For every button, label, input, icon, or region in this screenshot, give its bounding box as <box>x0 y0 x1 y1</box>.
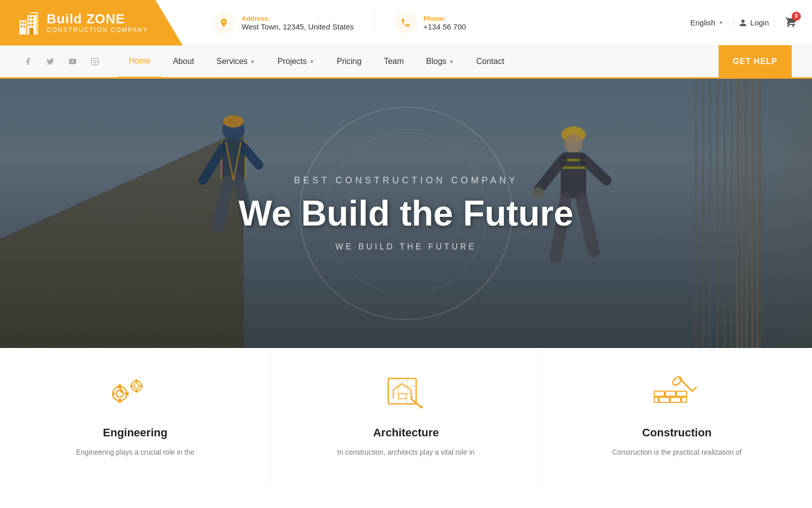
svg-rect-50 <box>130 385 133 387</box>
phone-icon-wrap <box>395 12 416 34</box>
construction-desc: Construction is the practical realizatio… <box>562 447 792 459</box>
svg-point-47 <box>134 384 139 389</box>
youtube-icon[interactable] <box>65 54 80 69</box>
twitter-icon[interactable] <box>43 54 58 69</box>
svg-rect-62 <box>654 391 664 396</box>
svg-rect-7 <box>31 17 33 19</box>
login-label: Login <box>750 18 769 27</box>
instagram-icon[interactable] <box>87 54 103 69</box>
engineering-desc: Engineering plays a crucial role in the <box>20 447 250 459</box>
hero-content: BEST CONSTRUCTION COMPANY We Build the F… <box>239 175 573 251</box>
cart-badge: 0 <box>792 12 801 21</box>
get-help-button[interactable]: GET HELP <box>719 45 792 78</box>
logo-icon <box>15 10 41 36</box>
svg-rect-68 <box>682 397 687 402</box>
language-selector[interactable]: English ▼ <box>690 18 723 27</box>
logo[interactable]: Build ZONE Construction Company <box>0 0 183 46</box>
svg-rect-12 <box>29 28 33 35</box>
services-caret: ▼ <box>250 59 255 65</box>
svg-rect-6 <box>28 17 30 19</box>
login-button[interactable]: Login <box>733 18 774 27</box>
top-right: English ▼ Login 0 <box>690 16 797 30</box>
svg-rect-41 <box>118 399 121 403</box>
construction-icon <box>652 373 702 414</box>
svg-rect-63 <box>665 391 675 396</box>
services-section: Engineering Engineering plays a crucial … <box>0 348 812 484</box>
address-text: Address: West Town, 12345, United States <box>242 15 354 31</box>
address-block: Address: West Town, 12345, United States <box>213 12 375 34</box>
social-icons <box>20 54 103 69</box>
nav-home[interactable]: Home <box>118 45 162 78</box>
architecture-icon <box>381 373 431 414</box>
svg-rect-11 <box>31 24 33 26</box>
nav-services[interactable]: Services ▼ <box>206 45 266 78</box>
phone-value: +134 56 700 <box>423 22 466 31</box>
hero-tagline: BEST CONSTRUCTION COMPANY <box>239 175 573 186</box>
svg-rect-58 <box>398 394 406 399</box>
nav-team[interactable]: Team <box>373 45 415 78</box>
address-value: West Town, 12345, United States <box>242 22 354 31</box>
cart-button[interactable]: 0 <box>785 16 797 30</box>
svg-rect-49 <box>136 390 138 393</box>
location-icon <box>219 18 229 28</box>
svg-point-38 <box>113 387 127 401</box>
svg-rect-67 <box>654 397 658 402</box>
svg-point-70 <box>671 376 683 387</box>
facebook-icon[interactable] <box>20 54 36 69</box>
construction-title: Construction <box>562 426 792 439</box>
nav-projects[interactable]: Projects ▼ <box>266 45 326 78</box>
svg-rect-4 <box>20 25 22 27</box>
svg-rect-5 <box>23 25 25 27</box>
svg-line-71 <box>692 387 696 391</box>
logo-text: Build ZONE Construction Company <box>47 12 148 34</box>
top-bar: Build ZONE Construction Company Address:… <box>0 0 812 46</box>
svg-rect-8 <box>28 20 30 22</box>
phone-block: Phone: +134 56 700 <box>395 12 486 34</box>
nav-about[interactable]: About <box>162 45 206 78</box>
svg-rect-65 <box>659 397 669 402</box>
svg-rect-43 <box>125 392 129 395</box>
nav-pricing[interactable]: Pricing <box>325 45 373 78</box>
service-card-construction: Construction Construction is the practic… <box>542 348 812 484</box>
nav-items: Home About Services ▼ Projects ▼ Pricing… <box>118 45 714 78</box>
svg-rect-66 <box>670 397 681 402</box>
svg-rect-10 <box>28 24 30 26</box>
nav-bar: Home About Services ▼ Projects ▼ Pricing… <box>0 46 812 79</box>
address-icon-wrap <box>213 12 234 34</box>
engineering-title: Engineering <box>20 426 250 439</box>
service-card-engineering: Engineering Engineering plays a crucial … <box>0 348 271 484</box>
language-label: English <box>690 18 715 27</box>
projects-caret: ▼ <box>310 59 315 65</box>
blogs-caret: ▼ <box>449 59 454 65</box>
address-label: Address: <box>242 15 354 22</box>
nav-blogs[interactable]: Blogs ▼ <box>415 45 465 78</box>
hero-title: We Build the Future <box>239 194 573 233</box>
architecture-desc: In construction, architects play a vital… <box>291 447 521 459</box>
svg-rect-16 <box>91 58 98 65</box>
contact-info: Address: West Town, 12345, United States… <box>213 12 690 34</box>
service-card-architecture: Architecture In construction, architects… <box>271 348 542 484</box>
phone-text: Phone: +134 56 700 <box>423 15 466 31</box>
phone-label: Phone: <box>423 15 466 22</box>
language-arrow: ▼ <box>718 20 723 25</box>
svg-rect-64 <box>676 391 687 396</box>
logo-title: Build ZONE <box>47 12 148 26</box>
hero-subtitle: WE BUILD THE FUTURE <box>239 242 573 251</box>
svg-rect-2 <box>20 22 22 24</box>
svg-rect-42 <box>112 392 115 395</box>
nav-contact[interactable]: Contact <box>465 45 515 78</box>
svg-rect-3 <box>23 22 25 24</box>
architecture-title: Architecture <box>291 426 521 439</box>
hero-section: BEST CONSTRUCTION COMPANY We Build the F… <box>0 79 812 348</box>
phone-icon <box>400 18 411 28</box>
svg-rect-51 <box>140 385 143 387</box>
user-icon <box>739 19 747 27</box>
engineering-icon <box>110 373 160 414</box>
svg-rect-9 <box>31 20 33 22</box>
logo-subtitle: Construction Company <box>47 26 148 34</box>
